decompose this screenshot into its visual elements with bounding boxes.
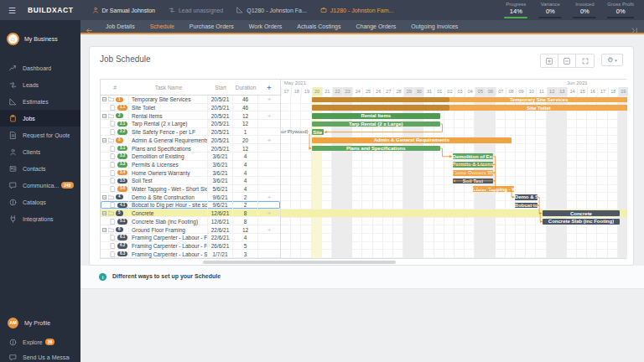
add-subtask-button[interactable]: +	[258, 193, 280, 201]
sidebar-item-leads[interactable]: Leads	[0, 76, 80, 93]
gantt-bar[interactable]: Home Owners Warran	[453, 170, 494, 176]
table-row[interactable]: −4Demo & Site Construction9/6/212+	[101, 193, 280, 201]
gantt-bar[interactable]: Soil Test	[453, 178, 494, 184]
task-duration: 46	[233, 96, 258, 104]
schedule-settings-button[interactable]: ⚙▾	[601, 54, 623, 66]
lead-status[interactable]: Lead unassigned	[169, 7, 223, 14]
sidebar-item-jobs[interactable]: Jobs	[0, 110, 80, 127]
sidebar-item-clients[interactable]: Clients	[0, 143, 80, 160]
table-row[interactable]: 3.3Permits & Licenses3/6/214	[101, 161, 280, 169]
sidebar-item-estimates[interactable]: Estimates	[0, 93, 80, 110]
add-subtask-button[interactable]: +	[258, 111, 280, 120]
table-row[interactable]: 5.1Concrete Slab (inc Footing)12/6/218	[101, 218, 280, 226]
table-row[interactable]: 1.1Site Toilet20/5/2146	[101, 104, 280, 112]
horizontal-scrollbar[interactable]	[203, 261, 396, 264]
today-stripe	[312, 96, 322, 258]
gantt-bar-label: Rental Items	[361, 113, 391, 118]
gantt-bar[interactable]: Site	[312, 129, 325, 135]
table-row[interactable]: −2Rental Items20/5/2112+	[101, 111, 280, 120]
gantt-bar[interactable]: Permits & Licenses	[453, 162, 494, 168]
add-subtask-button[interactable]: +	[258, 209, 280, 218]
table-row[interactable]: 6.1Framing Carpenter - Labour - Framing …	[101, 234, 280, 242]
sidebar-item-my-business[interactable]: ⌂ My Business	[0, 28, 80, 49]
table-row[interactable]: 3.1Plans and Specifications20/5/2112	[101, 144, 280, 153]
zoom-in-button[interactable]	[541, 54, 558, 67]
gantt-bar[interactable]: Demo & S	[515, 194, 538, 200]
collapse-icon[interactable]: −	[102, 114, 106, 118]
gantt-bar[interactable]: Plans and Specifications	[312, 146, 440, 152]
gantt-bar[interactable]: Concrete	[543, 210, 621, 216]
tab-job-details[interactable]: Job Details	[98, 20, 143, 33]
avatar: AM	[8, 318, 18, 328]
collapse-icon[interactable]: −	[102, 97, 106, 101]
tab-actuals-costings[interactable]: Actuals Costings	[289, 20, 348, 33]
job-reference[interactable]: J1280 - Johnston Fam...	[320, 7, 393, 14]
add-subtask-button	[258, 144, 280, 153]
tab-purchase-orders[interactable]: Purchase Orders	[182, 20, 242, 33]
expand-button[interactable]	[576, 54, 594, 67]
table-row[interactable]: 2.1Tarp Rental (2 x Large)20/5/2112	[101, 120, 280, 128]
menu-icon[interactable]: ☰	[8, 6, 16, 15]
table-row[interactable]: 3.4Home Owners Warranty3/6/214	[101, 168, 280, 177]
sidebar-item-communica-[interactable]: Communica...248	[0, 177, 80, 194]
table-row[interactable]: 3.2Demolition of Existing3/6/214	[101, 153, 280, 161]
collapse-icon[interactable]: −	[102, 211, 106, 215]
tab-change-orders[interactable]: Change Orders	[348, 20, 403, 33]
gantt-bar-segment[interactable]	[312, 105, 449, 111]
task-number: 4.1	[101, 201, 129, 209]
table-row[interactable]: −3Admin & General Requirements20/5/2120+	[101, 137, 280, 145]
task-number: 3.4	[101, 168, 129, 177]
gantt-bar[interactable]: Concrete Slab (inc Footing)	[543, 219, 621, 225]
table-row[interactable]: 3.6Water Tapping - Wet - Short Side5/6/2…	[101, 185, 280, 194]
gantt-bar[interactable]: Water Tapping - Wet -	[473, 186, 514, 192]
sidebar-item-my-profile[interactable]: AM My Profile	[0, 313, 80, 332]
add-subtask-button[interactable]: +	[258, 137, 280, 145]
stat-gross-profit: Gross Profit0%	[607, 2, 634, 18]
add-column-button[interactable]: +	[258, 80, 280, 96]
add-subtask-button[interactable]: +	[258, 96, 280, 104]
sidebar-item-explore[interactable]: Explore36	[0, 334, 80, 350]
table-row[interactable]: −1Temporary Site Services20/5/2146+	[101, 96, 280, 104]
gantt-bar-segment[interactable]	[449, 105, 627, 111]
gantt-bar-segment[interactable]	[312, 97, 449, 103]
gantt-bar[interactable]: Admin & General Requirements	[312, 137, 512, 143]
tab-overflow-icon[interactable]	[631, 23, 639, 30]
back-arrow-icon[interactable]	[86, 23, 93, 30]
table-row[interactable]: 3.5Soil Test3/6/214	[101, 177, 280, 185]
collapse-icon[interactable]: −	[102, 228, 106, 232]
add-subtask-button[interactable]: +	[258, 225, 280, 234]
table-row[interactable]: 6.3Framing Carpenter - Labour - Sheet Fl…	[101, 250, 280, 258]
table-row[interactable]: −5Concrete12/6/218+	[101, 209, 280, 218]
table-row[interactable]: 6.2Framing Carpenter - Labour - Framing …	[101, 242, 280, 251]
back-arrow-icon	[86, 27, 93, 34]
tab-schedule[interactable]: Schedule	[143, 20, 182, 33]
sidebar-item-catalogs[interactable]: Catalogs	[0, 194, 80, 210]
task-table: −1Temporary Site Services20/5/2146+1.1Si…	[101, 96, 280, 258]
task-start-date: 22/6/21	[208, 225, 233, 234]
tab-work-orders[interactable]: Work Orders	[242, 20, 290, 33]
tab-outgoing-invoices[interactable]: Outgoing Invoices	[403, 20, 465, 33]
sidebar-item-dashboard[interactable]: Dashboard	[0, 59, 80, 76]
sidebar-item-request-for-quotes[interactable]: Request for Quotes	[0, 127, 80, 143]
task-name: Plans and Specifications	[129, 144, 208, 153]
gantt-bar[interactable]: Tarp Rental (2 x Large)	[312, 122, 440, 127]
info-icon: i	[99, 273, 106, 281]
gantt-bar[interactable]: Bobcat to D	[515, 203, 538, 209]
table-row[interactable]: 4.1Bobcat to Dig per Hour - site scrape9…	[101, 201, 280, 209]
zoom-out-button[interactable]	[558, 54, 576, 67]
sidebar-item-integrations[interactable]: Integrations	[0, 210, 80, 227]
sidebar-item-contacts[interactable]: Contacts	[0, 160, 80, 177]
chevron-bar-icon	[631, 27, 639, 34]
collapse-icon[interactable]: −	[102, 195, 106, 199]
table-row[interactable]: 2.2Site Safety Fence - per LF20/5/211	[101, 128, 280, 137]
quote-reference[interactable]: Q1280 - Johnston Fa...	[236, 7, 307, 14]
gantt-bar-segment[interactable]	[449, 97, 627, 103]
day-header: 15	[577, 87, 587, 96]
gantt-bar[interactable]: Rental Items	[312, 113, 440, 119]
task-name: Demo & Site Construction	[129, 193, 208, 201]
collapse-icon[interactable]: −	[102, 138, 106, 142]
table-row[interactable]: −6Ground Floor Framing22/6/2112+	[101, 225, 280, 234]
sidebar-item-send-us-a-message[interactable]: Send Us a Message	[0, 349, 80, 362]
client-name[interactable]: Dr Samual Johnston	[92, 7, 155, 14]
gantt-bar[interactable]: Demolition of Existing	[453, 153, 494, 159]
